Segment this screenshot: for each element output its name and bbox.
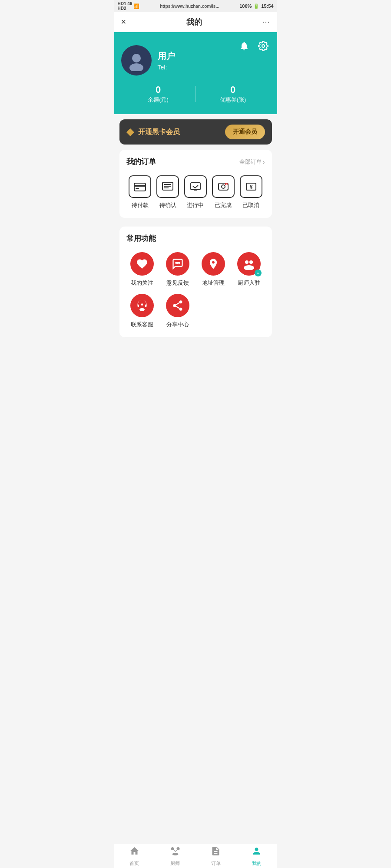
status-battery-percent: 100% bbox=[239, 3, 252, 9]
vip-text: 开通黑卡会员 bbox=[138, 128, 180, 137]
more-options-button[interactable]: ··· bbox=[262, 17, 270, 26]
svg-point-2 bbox=[129, 63, 143, 71]
all-orders-label: 全部订单 bbox=[239, 158, 262, 166]
status-left: HD1 46HD2 📶 bbox=[118, 1, 140, 11]
pending-payment-icon bbox=[129, 175, 151, 198]
all-orders-link[interactable]: 全部订单 › bbox=[239, 158, 265, 166]
function-address[interactable]: 地址管理 bbox=[197, 252, 229, 287]
pending-confirm-icon bbox=[156, 175, 179, 198]
user-name: 用户 bbox=[158, 50, 175, 62]
user-details: 用户 Tel: bbox=[158, 50, 175, 71]
svg-point-26 bbox=[173, 304, 176, 307]
svg-point-18 bbox=[177, 263, 178, 263]
share-icon bbox=[166, 294, 189, 317]
avatar[interactable] bbox=[121, 45, 152, 76]
status-url: https://www.huzhan.com/is... bbox=[141, 4, 238, 9]
status-battery-icon: 🔋 bbox=[253, 3, 259, 9]
svg-point-0 bbox=[262, 45, 265, 47]
top-nav: × 我的 ··· bbox=[114, 12, 277, 32]
functions-card-header: 常用功能 bbox=[126, 233, 265, 243]
functions-card: 常用功能 我的关注 意见反馈 bbox=[119, 227, 272, 337]
functions-title: 常用功能 bbox=[126, 233, 156, 243]
function-favorites[interactable]: 我的关注 bbox=[126, 252, 159, 287]
pending-confirm-label: 待确认 bbox=[159, 201, 176, 209]
customer-service-label: 联系客服 bbox=[131, 321, 153, 329]
svg-line-28 bbox=[176, 306, 179, 309]
svg-point-1 bbox=[132, 54, 141, 62]
balance-number: 0 bbox=[121, 84, 196, 95]
diamond-icon: ◆ bbox=[126, 126, 134, 138]
completed-label: 已完成 bbox=[215, 201, 232, 209]
completed-icon bbox=[212, 175, 235, 198]
chevron-right-icon: › bbox=[263, 158, 265, 165]
svg-rect-3 bbox=[134, 183, 146, 191]
orders-title: 我的订单 bbox=[126, 157, 156, 167]
page-bottom-spacer bbox=[114, 342, 277, 373]
in-progress-icon bbox=[184, 175, 207, 198]
orders-card-header: 我的订单 全部订单 › bbox=[126, 157, 265, 167]
order-completed[interactable]: 已完成 bbox=[212, 175, 235, 209]
status-network: HD1 46HD2 bbox=[118, 1, 133, 11]
favorites-icon bbox=[130, 252, 154, 276]
pending-payment-label: 待付款 bbox=[132, 201, 149, 209]
vip-banner[interactable]: ◆ 开通黑卡会员 开通会员 bbox=[119, 119, 272, 145]
svg-point-17 bbox=[176, 263, 176, 263]
address-icon bbox=[202, 252, 225, 276]
user-tel: Tel: bbox=[158, 64, 175, 71]
in-progress-label: 进行中 bbox=[187, 201, 204, 209]
order-pending-payment[interactable]: 待付款 bbox=[129, 175, 151, 209]
status-bar: HD1 46HD2 📶 https://www.huzhan.com/is...… bbox=[114, 0, 277, 12]
status-time: 15:54 bbox=[261, 3, 273, 9]
balance-amount[interactable]: 0 余额(元) bbox=[121, 84, 196, 104]
svg-point-24 bbox=[140, 308, 145, 311]
feedback-label: 意见反馈 bbox=[166, 279, 189, 287]
feedback-icon bbox=[166, 252, 189, 276]
settings-button[interactable] bbox=[256, 39, 270, 53]
svg-rect-10 bbox=[191, 183, 200, 190]
activate-vip-button[interactable]: 开通会员 bbox=[225, 125, 265, 139]
notification-button[interactable] bbox=[237, 39, 251, 53]
page-title: 我的 bbox=[186, 17, 202, 27]
profile-action-icons bbox=[237, 39, 270, 53]
favorites-label: 我的关注 bbox=[131, 279, 153, 287]
cancelled-icon: ¥ bbox=[240, 175, 262, 198]
function-share[interactable]: 分享中心 bbox=[162, 294, 194, 329]
svg-rect-11 bbox=[194, 189, 197, 191]
coupon-label: 优惠券(张) bbox=[220, 96, 246, 103]
vip-left: ◆ 开通黑卡会员 bbox=[126, 126, 180, 138]
svg-point-23 bbox=[141, 303, 143, 306]
svg-rect-5 bbox=[136, 188, 139, 189]
svg-line-29 bbox=[176, 303, 179, 305]
svg-point-25 bbox=[179, 300, 182, 303]
function-chef-settle[interactable]: + 厨师入驻 bbox=[233, 252, 265, 287]
svg-point-20 bbox=[245, 260, 249, 264]
customer-service-icon bbox=[130, 294, 154, 317]
order-icons-row: 待付款 待确认 进行中 bbox=[126, 174, 265, 211]
close-button[interactable]: × bbox=[121, 17, 126, 27]
balance-label: 余额(元) bbox=[148, 96, 169, 103]
function-feedback[interactable]: 意见反馈 bbox=[162, 252, 194, 287]
svg-point-27 bbox=[179, 308, 182, 311]
chef-settle-icon: + bbox=[237, 252, 261, 276]
chef-settle-label: 厨师入驻 bbox=[238, 279, 260, 287]
svg-point-13 bbox=[222, 185, 225, 188]
orders-card: 我的订单 全部订单 › 待付款 bbox=[119, 150, 272, 218]
cancelled-label: 已取消 bbox=[242, 201, 259, 209]
profile-section: 用户 Tel: 0 余额(元) 0 优惠券(张) bbox=[114, 32, 277, 114]
balance-row: 0 余额(元) 0 优惠券(张) bbox=[121, 84, 270, 104]
status-signal: 📶 bbox=[133, 3, 139, 9]
order-pending-confirm[interactable]: 待确认 bbox=[156, 175, 179, 209]
status-right: 100% 🔋 15:54 bbox=[239, 3, 273, 9]
order-cancelled[interactable]: ¥ 已取消 bbox=[240, 175, 262, 209]
coupon-amount[interactable]: 0 优惠券(张) bbox=[196, 84, 270, 104]
function-customer-service[interactable]: 联系客服 bbox=[126, 294, 159, 329]
svg-point-22 bbox=[244, 265, 254, 270]
coupon-number: 0 bbox=[196, 84, 270, 95]
order-in-progress[interactable]: 进行中 bbox=[184, 175, 207, 209]
functions-grid: 我的关注 意见反馈 地址管理 bbox=[126, 250, 265, 330]
svg-text:¥: ¥ bbox=[249, 184, 253, 190]
svg-rect-4 bbox=[134, 185, 146, 187]
svg-point-19 bbox=[179, 263, 179, 263]
svg-point-21 bbox=[249, 260, 253, 264]
share-label: 分享中心 bbox=[166, 321, 189, 329]
